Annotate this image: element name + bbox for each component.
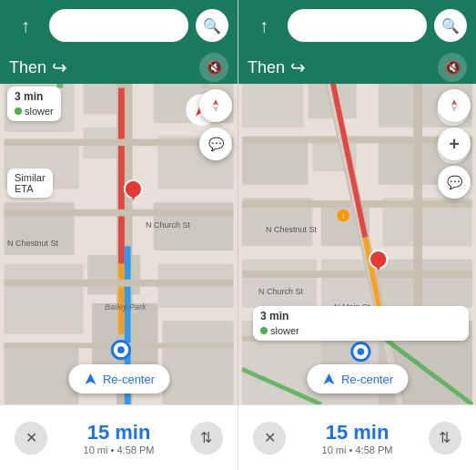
right-then-label: Then <box>248 58 285 77</box>
left-street-chestnut: N Chestnut St <box>7 239 58 248</box>
left-nav-arrow-button[interactable]: ↑ <box>9 9 42 42</box>
svg-rect-5 <box>5 342 79 404</box>
right-recenter-label: Re-center <box>341 373 393 386</box>
right-chat-icon: 💬 <box>447 175 462 189</box>
left-traffic-label: 3 min slower <box>7 87 61 121</box>
right-search-icon: 🔍 <box>441 17 460 35</box>
left-mute-button[interactable]: 🔇 <box>199 53 228 82</box>
left-then-label: Then <box>9 58 46 77</box>
right-route-options-icon: ⇅ <box>439 429 451 446</box>
svg-point-69 <box>358 348 365 355</box>
left-bailey-park: Bailey Park <box>105 302 147 312</box>
left-eta-time: 15 min <box>84 421 155 444</box>
right-recenter-button[interactable]: Re-center <box>307 364 408 393</box>
svg-rect-17 <box>118 264 125 334</box>
left-recenter-icon <box>83 372 97 386</box>
svg-rect-20 <box>5 209 234 217</box>
svg-rect-16 <box>118 88 125 264</box>
svg-rect-36 <box>242 79 304 128</box>
right-eta-distance: 10 mi <box>322 444 347 455</box>
left-eta-details: 10 mi • 4:58 PM <box>84 444 155 455</box>
right-search-button[interactable]: 🔍 <box>434 9 467 42</box>
right-traffic-label: 3 min slower <box>253 306 469 341</box>
svg-text:!: ! <box>342 212 345 220</box>
left-recenter-button[interactable]: Re-center <box>68 364 169 393</box>
left-search-bar[interactable] <box>49 9 188 42</box>
left-similar-eta: Similar ETA <box>7 169 53 198</box>
svg-rect-14 <box>162 321 233 404</box>
left-search-icon: 🔍 <box>203 17 221 35</box>
right-then-arrow-icon: ↪ <box>290 56 306 78</box>
svg-point-31 <box>117 346 125 353</box>
svg-rect-53 <box>242 271 472 278</box>
right-plus-button[interactable]: + <box>438 128 471 160</box>
right-eta-clock: 4:58 PM <box>355 444 392 455</box>
right-compass-button[interactable] <box>438 89 471 122</box>
right-then-text: Then ↪ <box>248 56 306 78</box>
left-route-options-icon: ⇅ <box>200 429 212 446</box>
right-chat-button[interactable]: 💬 <box>438 166 471 199</box>
right-mute-button[interactable]: 🔇 <box>438 53 467 82</box>
right-nav-arrow-button[interactable]: ↑ <box>248 9 280 42</box>
right-close-icon: ✕ <box>264 429 276 446</box>
left-close-button[interactable]: ✕ <box>15 422 47 455</box>
right-then-row: Then ↪ 🔇 <box>238 51 476 84</box>
left-street-church: N Church St <box>146 220 190 230</box>
left-then-text: Then ↪ <box>9 56 67 78</box>
left-similar-eta-text: Similar ETA <box>15 172 46 194</box>
left-map-header: ↑ 🔍 <box>0 0 238 51</box>
left-close-icon: ✕ <box>25 429 37 446</box>
right-close-button[interactable]: ✕ <box>253 422 286 455</box>
right-street-chestnut: N Chestnut St <box>266 225 317 234</box>
left-bottom-section: ✕ 15 min 10 mi • 4:58 PM ⇅ <box>0 405 238 470</box>
svg-rect-41 <box>242 260 317 308</box>
left-search-button[interactable]: 🔍 <box>196 9 228 42</box>
left-traffic-status: slower <box>15 105 54 118</box>
right-map-panel: ! ↑ 🔍 Then ↪ 🔇 3 min <box>238 0 476 404</box>
left-eta-clock: 4:58 PM <box>116 444 154 455</box>
right-traffic-status-text: slower <box>270 324 299 337</box>
right-recenter-icon <box>321 372 336 386</box>
left-traffic-dot <box>15 107 22 115</box>
left-map-panel: ↑ 🔍 Then ↪ 🔇 3 min slower <box>0 0 238 404</box>
right-eta-time: 15 min <box>322 421 393 444</box>
svg-marker-72 <box>451 99 457 106</box>
right-map-header: ↑ 🔍 <box>238 0 476 51</box>
left-route-options-button[interactable]: ⇅ <box>190 422 223 455</box>
left-eta-distance: 10 mi <box>84 444 108 455</box>
left-then-row: Then ↪ 🔇 <box>0 51 238 84</box>
bottom-bar: ✕ 15 min 10 mi • 4:58 PM ⇅ ✕ 15 min 10 m… <box>0 404 476 470</box>
left-traffic-time: 3 min <box>15 90 54 105</box>
left-recenter-label: Re-center <box>103 373 155 386</box>
right-search-bar[interactable] <box>288 9 427 42</box>
right-mute-icon: 🔇 <box>445 60 461 75</box>
svg-rect-4 <box>5 264 84 334</box>
left-eta-info: 15 min 10 mi • 4:58 PM <box>84 421 155 455</box>
right-traffic-status: slower <box>260 324 461 337</box>
left-then-arrow-icon: ↪ <box>52 56 67 78</box>
right-traffic-dot <box>260 327 268 334</box>
nav-up-arrow-icon: ↑ <box>21 15 30 36</box>
left-compass-button[interactable] <box>199 89 232 122</box>
right-nav-up-arrow-icon: ↑ <box>259 15 268 36</box>
right-map-controls: + 💬 <box>438 89 471 199</box>
left-map-controls: 💬 <box>199 89 232 160</box>
svg-rect-21 <box>5 280 234 287</box>
right-route-options-button[interactable]: ⇅ <box>429 422 461 455</box>
svg-rect-47 <box>379 260 472 308</box>
left-chat-icon: 💬 <box>208 137 224 151</box>
svg-marker-33 <box>213 106 218 112</box>
svg-marker-34 <box>85 373 96 384</box>
left-mute-icon: 🔇 <box>207 60 222 75</box>
svg-rect-38 <box>242 140 308 184</box>
right-eta-info: 15 min 10 mi • 4:58 PM <box>322 421 393 455</box>
right-street-church: N Church St <box>258 287 303 296</box>
left-traffic-status-text: slower <box>25 105 54 118</box>
left-chat-button[interactable]: 💬 <box>199 128 232 160</box>
right-traffic-time: 3 min <box>260 310 461 324</box>
svg-marker-32 <box>213 99 218 106</box>
right-plus-icon: + <box>449 134 460 155</box>
right-bottom-section: ✕ 15 min 10 mi • 4:58 PM ⇅ <box>238 405 476 470</box>
svg-marker-73 <box>451 106 457 112</box>
right-eta-details: 10 mi • 4:58 PM <box>322 444 393 455</box>
